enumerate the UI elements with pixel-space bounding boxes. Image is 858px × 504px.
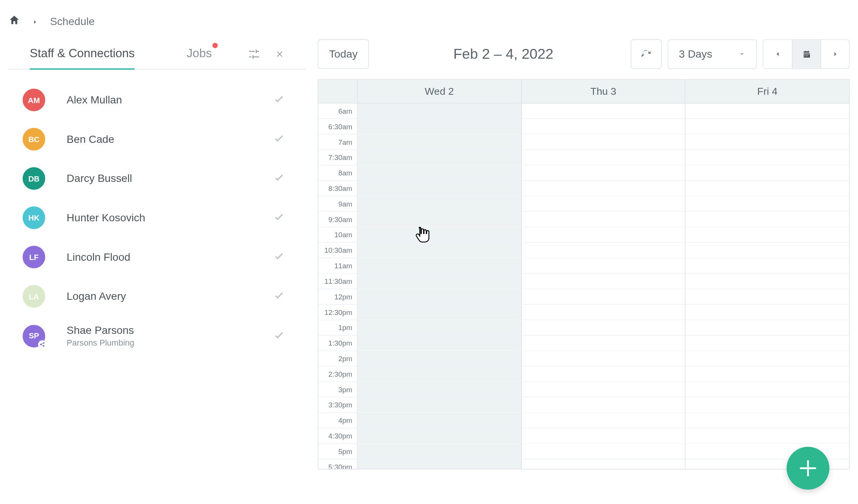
sliders-icon[interactable] (247, 47, 261, 61)
check-icon[interactable] (271, 288, 287, 304)
calendar-cell[interactable] (686, 382, 849, 398)
calendar-cell[interactable] (358, 289, 521, 305)
calendar-cell[interactable] (686, 305, 849, 320)
check-icon[interactable] (271, 92, 287, 108)
day-column[interactable] (358, 103, 522, 469)
calendar-cell[interactable] (358, 165, 521, 181)
calendar-cell[interactable] (521, 212, 685, 227)
calendar-cell[interactable] (686, 212, 849, 227)
calendar-cell[interactable] (358, 320, 521, 336)
calendar-cell[interactable] (686, 243, 849, 258)
refresh-button[interactable] (631, 39, 662, 69)
calendar-cell[interactable] (358, 335, 521, 351)
calendar-cell[interactable] (358, 398, 521, 413)
calendar-cell[interactable] (521, 135, 685, 150)
calendar-cell[interactable] (521, 258, 685, 274)
calendar-cell[interactable] (358, 366, 521, 382)
calendar-cell[interactable] (358, 212, 521, 227)
calendar-cell[interactable] (358, 135, 521, 150)
calendar-cell[interactable] (686, 135, 849, 150)
day-column[interactable] (521, 103, 686, 469)
range-select[interactable]: 3 Days (668, 39, 757, 69)
calendar-cell[interactable] (521, 289, 685, 305)
calendar-picker-button[interactable] (792, 40, 820, 68)
staff-item[interactable]: AMAlex Mullan (23, 80, 299, 120)
calendar-cell[interactable] (358, 428, 521, 444)
calendar-cell[interactable] (358, 274, 521, 289)
today-button[interactable]: Today (318, 39, 369, 69)
calendar-cell[interactable] (686, 227, 849, 243)
calendar-cell[interactable] (521, 444, 685, 459)
day-header[interactable]: Fri 4 (686, 80, 849, 103)
calendar-cell[interactable] (686, 413, 849, 429)
check-icon[interactable] (271, 328, 287, 344)
calendar-cell[interactable] (521, 428, 685, 444)
calendar-cell[interactable] (521, 103, 685, 119)
calendar-cell[interactable] (686, 181, 849, 196)
staff-item[interactable]: DBDarcy Bussell (23, 159, 299, 198)
calendar-cell[interactable] (686, 196, 849, 212)
calendar-cell[interactable] (521, 459, 685, 470)
calendar-cell[interactable] (521, 227, 685, 243)
calendar-cell[interactable] (521, 351, 685, 366)
add-button[interactable] (787, 447, 830, 490)
calendar-cell[interactable] (521, 398, 685, 413)
calendar-cell[interactable] (521, 181, 685, 196)
check-icon[interactable] (271, 249, 287, 265)
calendar-cell[interactable] (358, 305, 521, 320)
next-button[interactable] (820, 40, 849, 68)
prev-button[interactable] (763, 40, 792, 68)
calendar-cell[interactable] (521, 196, 685, 212)
calendar-cell[interactable] (686, 320, 849, 336)
day-column[interactable] (686, 103, 849, 469)
calendar-cell[interactable] (686, 258, 849, 274)
calendar-cell[interactable] (358, 227, 521, 243)
calendar-cell[interactable] (521, 413, 685, 429)
check-icon[interactable] (271, 210, 287, 225)
calendar-cell[interactable] (358, 196, 521, 212)
staff-item[interactable]: SPShae ParsonsParsons Plumbing (23, 316, 299, 356)
calendar-cell[interactable] (358, 181, 521, 196)
calendar-cell[interactable] (521, 335, 685, 351)
calendar-cell[interactable] (521, 243, 685, 258)
calendar-cell[interactable] (358, 444, 521, 459)
calendar-cell[interactable] (358, 382, 521, 398)
calendar-cell[interactable] (521, 165, 685, 181)
calendar-cell[interactable] (686, 351, 849, 366)
calendar-cell[interactable] (521, 274, 685, 289)
calendar-cell[interactable] (521, 320, 685, 336)
day-header[interactable]: Wed 2 (358, 80, 522, 103)
calendar-cell[interactable] (686, 289, 849, 305)
home-icon[interactable] (8, 14, 20, 29)
check-icon[interactable] (271, 131, 287, 147)
calendar-cell[interactable] (686, 366, 849, 382)
calendar-cell[interactable] (686, 150, 849, 166)
tab-jobs[interactable]: Jobs (187, 39, 212, 69)
calendar-cell[interactable] (521, 366, 685, 382)
calendar-cell[interactable] (358, 351, 521, 366)
calendar-cell[interactable] (521, 305, 685, 320)
calendar-cell[interactable] (686, 165, 849, 181)
staff-item[interactable]: BCBen Cade (23, 120, 299, 159)
calendar-cell[interactable] (358, 150, 521, 166)
check-icon[interactable] (271, 171, 287, 186)
staff-item[interactable]: LFLincoln Flood (23, 237, 299, 277)
calendar-cell[interactable] (358, 103, 521, 119)
calendar-cell[interactable] (521, 119, 685, 135)
calendar-cell[interactable] (521, 150, 685, 166)
calendar-cell[interactable] (358, 258, 521, 274)
staff-item[interactable]: LALogan Avery (23, 277, 299, 316)
day-header[interactable]: Thu 3 (521, 80, 686, 103)
close-icon[interactable] (275, 49, 284, 59)
calendar-cell[interactable] (686, 335, 849, 351)
staff-item[interactable]: HKHunter Kosovich (23, 198, 299, 238)
calendar-cell[interactable] (521, 382, 685, 398)
calendar-cell[interactable] (686, 274, 849, 289)
breadcrumb-page[interactable]: Schedule (50, 16, 95, 28)
calendar-cell[interactable] (358, 119, 521, 135)
calendar-cell[interactable] (358, 243, 521, 258)
tab-staff-connections[interactable]: Staff & Connections (30, 39, 135, 69)
calendar-cell[interactable] (686, 428, 849, 444)
calendar-cell[interactable] (358, 413, 521, 429)
calendar-cell[interactable] (358, 459, 521, 470)
